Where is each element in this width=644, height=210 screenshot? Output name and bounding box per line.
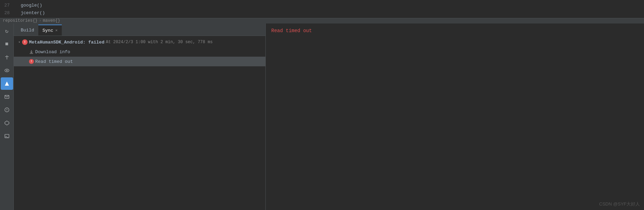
- build-panel: Build Sync ✕ ▾ ! MetaHumanSDK_Android : …: [14, 23, 266, 210]
- build-timestamp: At 2024/2/3 1:00 with 2 min, 30 sec, 778…: [106, 40, 213, 45]
- main-area: ↻ ■: [0, 23, 644, 210]
- terminal-icon[interactable]: [1, 130, 13, 142]
- download-icon: [29, 49, 34, 54]
- error-icon-small: !: [29, 59, 34, 64]
- sync-icon[interactable]: ↻: [1, 25, 13, 37]
- code-editor-area: 27 google() 28 jcenter() repositories{} …: [0, 0, 644, 23]
- svg-point-3: [6, 70, 8, 71]
- tab-sync-close[interactable]: ✕: [55, 29, 58, 32]
- breadcrumb-separator: ›: [39, 18, 41, 23]
- eye-icon[interactable]: [1, 64, 13, 77]
- error-badge-icon: !: [22, 39, 28, 45]
- pin-icon[interactable]: [1, 51, 13, 64]
- tabs-bar: Build Sync ✕: [14, 23, 265, 36]
- build-content: ▾ ! MetaHumanSDK_Android : failed At 202…: [14, 36, 265, 210]
- svg-marker-9: [5, 121, 9, 125]
- build-root-item[interactable]: ▾ ! MetaHumanSDK_Android : failed At 202…: [14, 37, 265, 47]
- tab-build[interactable]: Build: [17, 25, 38, 36]
- alert-icon[interactable]: [1, 104, 13, 116]
- breadcrumb-part1: repositories{}: [3, 18, 38, 23]
- read-timed-out-item[interactable]: ! Read timed out: [14, 57, 265, 66]
- error-detail-text: Read timed out: [271, 28, 312, 34]
- code-line-28: 28 jcenter(): [0, 9, 644, 17]
- line-content-28: jcenter(): [14, 10, 45, 16]
- code-lines: 27 google() 28 jcenter(): [0, 0, 644, 18]
- mail-icon[interactable]: [1, 90, 13, 103]
- tab-build-label: Build: [21, 28, 34, 33]
- download-info-item[interactable]: Download info: [14, 47, 265, 57]
- svg-marker-4: [5, 82, 9, 86]
- breadcrumb: repositories{} › maven{}: [0, 18, 644, 23]
- sidebar: ↻ ■: [0, 23, 14, 210]
- line-number-28: 28: [0, 10, 14, 16]
- line-number-27: 27: [0, 3, 14, 8]
- download-info-label: Download info: [35, 49, 70, 55]
- svg-point-8: [7, 111, 7, 112]
- chevron-icon: ▾: [17, 39, 22, 45]
- watermark: CSDN @SYF大好人: [599, 201, 640, 207]
- breadcrumb-part2: maven{}: [43, 18, 60, 23]
- gem-icon[interactable]: [1, 117, 13, 129]
- project-name: MetaHumanSDK_Android: [29, 40, 83, 45]
- build-icon[interactable]: [1, 77, 13, 90]
- detail-panel: Read timed out: [266, 23, 644, 210]
- failed-label: failed: [88, 40, 105, 45]
- stop-icon[interactable]: ■: [1, 38, 13, 50]
- code-line-27: 27 google(): [0, 1, 644, 9]
- tab-sync[interactable]: Sync ✕: [38, 25, 62, 36]
- line-content-27: google(): [14, 3, 42, 8]
- tab-sync-label: Sync: [42, 28, 53, 33]
- read-timed-out-label: Read timed out: [35, 59, 73, 64]
